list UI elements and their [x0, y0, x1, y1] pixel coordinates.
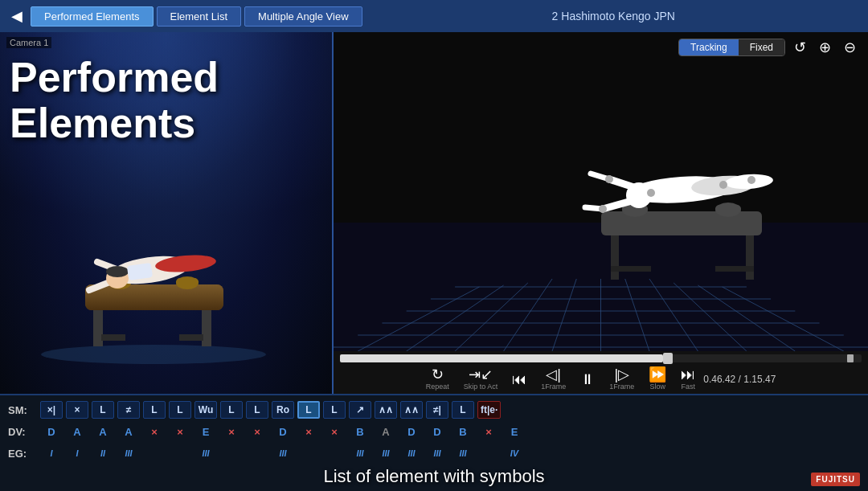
sm-cell-4[interactable]: L: [143, 401, 166, 419]
skip-to-act-label: Skip to Act: [464, 383, 498, 391]
play-pause-button[interactable]: ⏸: [580, 372, 595, 387]
sm-cell-10[interactable]: L: [297, 401, 320, 419]
eg-cell-14[interactable]: III: [400, 444, 423, 462]
zoom-out-button[interactable]: ⊖: [840, 37, 860, 58]
dv-cell-11[interactable]: ×: [323, 423, 346, 440]
progress-track[interactable]: [340, 354, 862, 362]
dv-cell-0[interactable]: D: [40, 423, 63, 440]
sm-cell-1[interactable]: ×: [66, 401, 88, 419]
eg-cell-7[interactable]: [220, 444, 243, 462]
tab-performed-elements[interactable]: Performed Elements: [31, 6, 154, 27]
dv-cell-13[interactable]: A: [375, 423, 397, 440]
fwd-1frame-icon: |▷: [614, 367, 629, 382]
eg-cell-2[interactable]: II: [92, 444, 114, 462]
sm-row: SM: ×| × L ≠ L L Wu L L Ro L L ↗ ∧∧ ∧∧ ≠…: [8, 400, 860, 419]
dv-cell-18[interactable]: E: [503, 423, 526, 440]
dv-cell-15[interactable]: D: [426, 423, 448, 440]
dv-cell-10[interactable]: ×: [297, 423, 320, 440]
svg-point-56: [747, 176, 755, 184]
playback-controls-row: ↻ Repeat ⇥↙ Skip to Act ⏮ ◁| 1Frame: [340, 366, 862, 392]
dv-cell-16[interactable]: B: [452, 423, 474, 440]
top-navigation: ◀ Performed Elements Element List Multip…: [0, 0, 868, 32]
skip-to-act-icon: ⇥↙: [469, 367, 493, 382]
zoom-in-button[interactable]: ⊕: [815, 37, 835, 58]
tab-multiple-angle-view[interactable]: Multiple Angle View: [244, 6, 362, 27]
3d-figure: [547, 127, 820, 307]
sm-cell-13[interactable]: ∧∧: [375, 401, 397, 419]
dv-cell-2[interactable]: A: [92, 423, 114, 440]
sm-cell-16[interactable]: L: [452, 401, 474, 419]
eg-cell-10[interactable]: [297, 444, 320, 462]
dv-row: DV: D A A A × × E × × D × × B A D D B × …: [8, 422, 860, 441]
dv-cell-5[interactable]: ×: [169, 423, 191, 440]
reset-view-button[interactable]: ↺: [790, 37, 810, 58]
sm-cell-6[interactable]: Wu: [194, 401, 217, 419]
sm-cell-17[interactable]: ft|e·: [477, 401, 501, 419]
eg-cell-16[interactable]: III: [452, 444, 474, 462]
sm-cell-5[interactable]: L: [169, 401, 191, 419]
eg-cell-1[interactable]: I: [66, 444, 88, 462]
tracking-button[interactable]: Tracking: [679, 39, 739, 55]
eg-cell-5[interactable]: [169, 444, 191, 462]
dv-cell-3[interactable]: A: [117, 423, 140, 440]
eg-cell-15[interactable]: III: [426, 444, 448, 462]
eg-cell-4[interactable]: [143, 444, 166, 462]
sm-label: SM:: [8, 404, 37, 416]
sm-cell-11[interactable]: L: [323, 401, 346, 419]
eg-cell-12[interactable]: III: [349, 444, 371, 462]
performed-elements-title: PerformedElements: [10, 55, 219, 146]
eg-cell-9[interactable]: III: [272, 444, 294, 462]
eg-cell-3[interactable]: III: [117, 444, 140, 462]
eg-cell-18[interactable]: IV: [503, 444, 526, 462]
svg-rect-6: [85, 284, 223, 310]
overlay-text: List of element with symbols: [8, 466, 860, 487]
svg-rect-45: [715, 205, 741, 213]
sm-cell-14[interactable]: ∧∧: [400, 401, 423, 419]
back-button[interactable]: ◀: [6, 7, 27, 25]
sm-cell-2[interactable]: L: [92, 401, 114, 419]
dv-cell-12[interactable]: B: [349, 423, 371, 440]
eg-cell-8[interactable]: [246, 444, 268, 462]
back-1frame-button[interactable]: ◁| 1Frame: [541, 367, 566, 391]
fixed-button[interactable]: Fixed: [739, 39, 784, 55]
dv-cell-9[interactable]: D: [272, 423, 294, 440]
sm-cell-12[interactable]: ↗: [349, 401, 371, 419]
time-sep: /: [735, 374, 743, 385]
dv-cell-4[interactable]: ×: [143, 423, 166, 440]
fwd-1frame-button[interactable]: |▷ 1Frame: [609, 367, 634, 391]
skip-to-act-button[interactable]: ⇥↙ Skip to Act: [464, 367, 498, 391]
dv-cell-8[interactable]: ×: [246, 423, 268, 440]
repeat-button[interactable]: ↻ Repeat: [426, 367, 449, 391]
svg-rect-4: [179, 334, 203, 341]
sm-cell-3[interactable]: ≠: [117, 401, 140, 419]
dv-cell-1[interactable]: A: [66, 423, 88, 440]
progress-thumb[interactable]: [663, 353, 673, 364]
progress-end-marker: [847, 354, 854, 362]
dv-cell-6[interactable]: E: [194, 423, 217, 440]
dv-cell-14[interactable]: D: [400, 423, 423, 440]
tab-element-list[interactable]: Element List: [157, 6, 242, 27]
dv-cell-17[interactable]: ×: [477, 423, 500, 440]
pommel-horse-svg: [25, 198, 282, 366]
svg-point-16: [106, 266, 129, 277]
sm-cell-15[interactable]: ≠|: [426, 401, 448, 419]
eg-cell-6[interactable]: III: [194, 444, 217, 462]
eg-cell-13[interactable]: III: [375, 444, 397, 462]
sm-cell-9[interactable]: Ro: [272, 401, 294, 419]
sm-cell-0[interactable]: ×|: [40, 401, 63, 419]
repeat-label: Repeat: [426, 383, 449, 391]
left-video-panel: Camera 1 PerformedElements: [0, 32, 334, 394]
fast-button[interactable]: ⏭ Fast: [681, 367, 695, 391]
eg-cell-0[interactable]: I: [40, 444, 63, 462]
eg-cell-11[interactable]: [323, 444, 346, 462]
slow-button[interactable]: ⏩ Slow: [649, 367, 666, 391]
dv-cell-7[interactable]: ×: [220, 423, 243, 440]
view-controls: Tracking Fixed ↺ ⊕ ⊖: [334, 32, 868, 63]
right-3d-panel: Tracking Fixed ↺ ⊕ ⊖: [334, 32, 868, 394]
time-current: 0.46.42: [703, 374, 735, 385]
sm-cell-8[interactable]: L: [246, 401, 268, 419]
svg-point-0: [41, 345, 266, 364]
eg-cell-17[interactable]: [477, 444, 500, 462]
sm-cell-7[interactable]: L: [220, 401, 243, 419]
prev-button[interactable]: ⏮: [512, 372, 526, 387]
